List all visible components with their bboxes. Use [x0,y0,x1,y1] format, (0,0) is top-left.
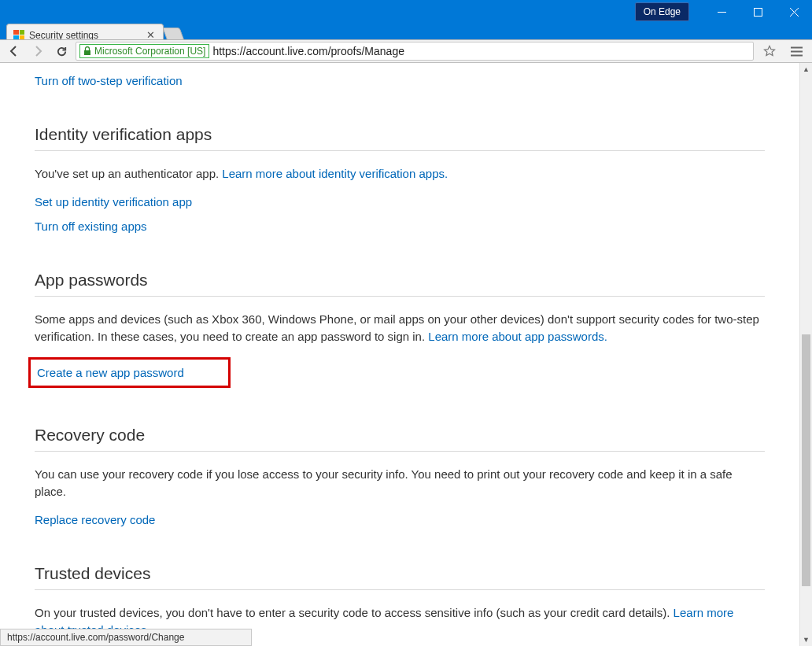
identity-learn-more-link[interactable]: Learn more about identity verification a… [222,167,448,180]
security-badge[interactable]: Microsoft Corporation [US] [79,44,209,58]
reload-button[interactable] [52,42,71,61]
page-content: Turn off two-step verification Identity … [0,63,799,646]
section-identity-apps: Identity verification apps You've set up… [35,125,765,233]
browser-toolbar: Microsoft Corporation [US] https://accou… [0,39,812,63]
close-button[interactable] [776,0,812,24]
highlight-annotation: Create a new app password [28,357,231,388]
vertical-scrollbar[interactable]: ▲ ▼ [799,63,812,646]
app-passwords-heading: App passwords [35,271,765,297]
identity-text: You've set up an authenticator app. Lear… [35,165,765,183]
section-recovery-code: Recovery code You can use your recovery … [35,426,765,526]
page-viewport: Turn off two-step verification Identity … [0,63,812,646]
svg-rect-4 [84,50,90,55]
scroll-thumb[interactable] [802,334,810,586]
hamburger-menu-icon[interactable] [785,42,807,61]
turn-off-existing-apps-link[interactable]: Turn off existing apps [35,220,765,233]
section-two-step-tail: Turn off two-step verification [35,74,765,87]
scroll-up-arrow-icon[interactable]: ▲ [800,63,812,76]
security-org: Microsoft Corporation [US] [94,46,205,57]
address-bar[interactable]: Microsoft Corporation [US] https://accou… [76,42,754,61]
window-titlebar: On Edge [0,0,812,24]
app-passwords-text: Some apps and devices (such as Xbox 360,… [35,311,765,345]
setup-identity-app-link[interactable]: Set up identity verification app [35,195,765,209]
turn-off-two-step-link[interactable]: Turn off two-step verification [35,74,765,87]
status-bar: https://account.live.com/password/Change [0,629,252,646]
minimize-button[interactable] [703,0,740,24]
status-url: https://account.live.com/password/Change [7,632,184,643]
forward-button[interactable] [28,42,47,61]
bookmark-star-icon[interactable] [758,42,781,61]
recovery-text: You can use your recovery code if you lo… [35,466,765,500]
scroll-down-arrow-icon[interactable]: ▼ [800,633,812,646]
recovery-heading: Recovery code [35,426,765,452]
svg-rect-1 [754,8,762,16]
replace-recovery-code-link[interactable]: Replace recovery code [35,513,765,526]
create-app-password-link[interactable]: Create a new app password [37,366,184,379]
identity-heading: Identity verification apps [35,125,765,151]
app-passwords-learn-more-link[interactable]: Learn more about app passwords. [428,330,607,343]
on-edge-badge: On Edge [635,2,689,21]
lock-icon [83,46,91,56]
maximize-button[interactable] [740,0,776,24]
url-text: https://account.live.com/proofs/Manage [212,45,404,57]
trusted-heading: Trusted devices [35,564,765,590]
section-app-passwords: App passwords Some apps and devices (suc… [35,271,765,389]
back-button[interactable] [5,42,24,61]
